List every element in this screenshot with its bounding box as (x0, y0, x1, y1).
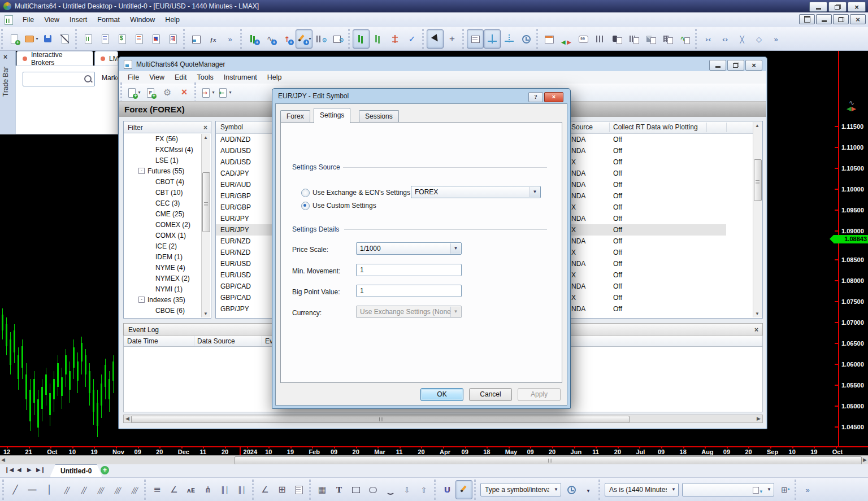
trade-bar-close-icon[interactable]: × (3, 54, 7, 60)
filter-item-futures[interactable]: -Futures (55) (124, 165, 211, 176)
minimize-button[interactable] (809, 2, 827, 12)
regression-channel-tool[interactable] (92, 480, 108, 499)
dialog-titlebar[interactable]: EUR/JPY - Edit Symbol (272, 89, 570, 103)
filter-scrollbar[interactable]: ▲ ▼ (201, 134, 210, 317)
filter-item-fx[interactable]: FX (56) (124, 133, 211, 144)
filter-item-nyme[interactable]: NYME (4) (124, 262, 211, 273)
exchange-select[interactable]: FOREX▼ (411, 186, 541, 198)
tree-collapse-icon[interactable]: - (138, 168, 145, 174)
menu-file[interactable]: File (18, 12, 39, 27)
min-movement-input[interactable]: 1 (356, 264, 462, 276)
dialog-close-button[interactable]: × (544, 92, 563, 102)
filter-item-fxcmssi[interactable]: FXCMssi (4) (124, 144, 211, 155)
child-close-button[interactable] (850, 14, 866, 24)
pitchfork-tool[interactable] (199, 480, 216, 499)
menu-insert[interactable]: Insert (64, 12, 92, 27)
price-scale-select[interactable]: 1/1000▼ (356, 242, 462, 255)
trade-arrows-button[interactable] (558, 29, 575, 49)
timer-button[interactable] (518, 29, 535, 49)
workspace-notes-button[interactable]: ▾ (23, 29, 40, 49)
apply-style-button[interactable] (403, 29, 420, 49)
event-log-close-icon[interactable]: × (754, 324, 758, 336)
filter-item-idem[interactable]: IDEM (1) (124, 251, 211, 262)
chart-document-icon[interactable] (5, 15, 13, 25)
ellipse-tool[interactable] (364, 480, 381, 499)
parallel-channel-tool[interactable] (75, 480, 92, 499)
filter-item-ice[interactable]: ICE (2) (124, 241, 211, 251)
bars-copy-button[interactable] (626, 29, 643, 49)
new-portfolio-window-button[interactable] (147, 29, 164, 49)
crosshair-tool-button[interactable] (444, 29, 461, 49)
format-studies-button[interactable] (313, 29, 329, 49)
text-pages-tool[interactable] (290, 480, 307, 499)
save-workspace-button[interactable] (40, 29, 57, 49)
qm-minimize-button[interactable] (709, 60, 726, 71)
edit-chart-button[interactable] (676, 29, 693, 49)
gann-fan-tool[interactable] (257, 480, 274, 499)
scroll-left-icon[interactable]: ◀ (1, 457, 5, 463)
interval-dropdown-button[interactable] (580, 480, 597, 499)
vertical-line-tool[interactable] (41, 480, 58, 499)
filter-item-nymi[interactable]: NYMI (1) (124, 284, 211, 294)
dialog-help-button[interactable]: ? (528, 92, 543, 102)
stay-in-drawing-mode-button[interactable] (455, 480, 472, 499)
add-workspace-button[interactable]: + (101, 466, 109, 474)
collapse-horizontal-button[interactable] (700, 29, 717, 49)
collapse-all-button[interactable] (734, 29, 750, 49)
restore-button[interactable] (828, 2, 847, 12)
formula-editor-button[interactable] (205, 29, 222, 49)
workspace-tab-untitled-0[interactable]: Untitled-0 (50, 464, 102, 477)
qm-settings-button[interactable] (159, 83, 176, 102)
qm-export-button[interactable]: ▾ (199, 83, 216, 102)
last-tab-button[interactable]: ▶❙ (36, 467, 45, 473)
dialog-tab-sessions[interactable]: Sessions (359, 110, 399, 123)
prev-tab-button[interactable]: ◀ (17, 467, 21, 473)
filter-item-comex[interactable]: COMEX (2) (124, 219, 211, 230)
elliott-wave-tool[interactable] (183, 480, 199, 499)
column-header-symbol[interactable]: Symbol (220, 121, 243, 133)
time-axis[interactable]: 1221Oct1019Nov0920Dec112020241019Feb0920… (0, 446, 868, 455)
broker-tab-lmax[interactable]: LM (94, 51, 118, 66)
filter-item-cec[interactable]: CEC (3) (124, 198, 211, 208)
time-cycles-tool[interactable] (233, 480, 250, 499)
interval-clock-button[interactable] (563, 480, 580, 499)
qm-restore-button[interactable] (727, 60, 744, 71)
cancel-button[interactable]: Cancel (469, 388, 512, 401)
format-window-button[interactable] (329, 29, 346, 49)
filter-item-comx[interactable]: COMX (1) (124, 230, 211, 241)
big-point-value-input[interactable]: 1 (356, 285, 462, 297)
arrow-down-tool[interactable] (398, 480, 415, 499)
bar-style-button[interactable] (370, 29, 387, 49)
candlestick-style-button[interactable] (353, 29, 370, 49)
filter-item-nymex[interactable]: NYMEX (2) (124, 273, 211, 284)
broker-tab-interactive-brokers[interactable]: Interactive Brokers (16, 51, 93, 66)
scroll-up-icon[interactable]: ▲ (203, 135, 208, 140)
menu-help[interactable]: Help (160, 12, 185, 27)
use-exchange-settings-radio[interactable] (301, 189, 310, 197)
text-note-button[interactable] (467, 29, 484, 49)
column-header-source[interactable]: Source (571, 121, 593, 133)
pointer-tool-button[interactable] (427, 29, 444, 49)
menu-view[interactable]: View (39, 12, 64, 27)
pointer-copy-button[interactable] (609, 29, 626, 49)
menu-format[interactable]: Format (92, 12, 125, 27)
next-tab-button[interactable]: ▶ (27, 467, 32, 473)
quote-bubble-button[interactable] (575, 29, 592, 49)
fib-grid-tool[interactable] (274, 480, 290, 499)
horizontal-lines-tool[interactable] (149, 480, 166, 499)
new-chart-window-button[interactable] (80, 29, 97, 49)
dialog-tab-forex[interactable]: Forex (280, 110, 310, 123)
text-tool[interactable] (331, 480, 348, 499)
toolbar-overflow-chevron-2[interactable] (767, 29, 784, 49)
new-workspace-button[interactable] (6, 29, 23, 49)
symbol-interval-combo[interactable]: Type a symbol/interval▼ (480, 483, 561, 496)
error-channel-tool[interactable] (125, 480, 142, 499)
qm-new-folder-button[interactable] (142, 83, 159, 102)
scrollbar-thumb[interactable] (235, 456, 862, 465)
fan-lines-tool[interactable] (166, 480, 183, 499)
new-scanner-window-button[interactable] (97, 29, 114, 49)
quotemanager-titlebar[interactable]: MultiCharts64 QuoteManager (119, 57, 767, 71)
scroll-up-icon[interactable]: ▲ (755, 123, 760, 128)
ruler-button[interactable] (501, 29, 518, 49)
insert-curve-button[interactable] (262, 29, 279, 49)
